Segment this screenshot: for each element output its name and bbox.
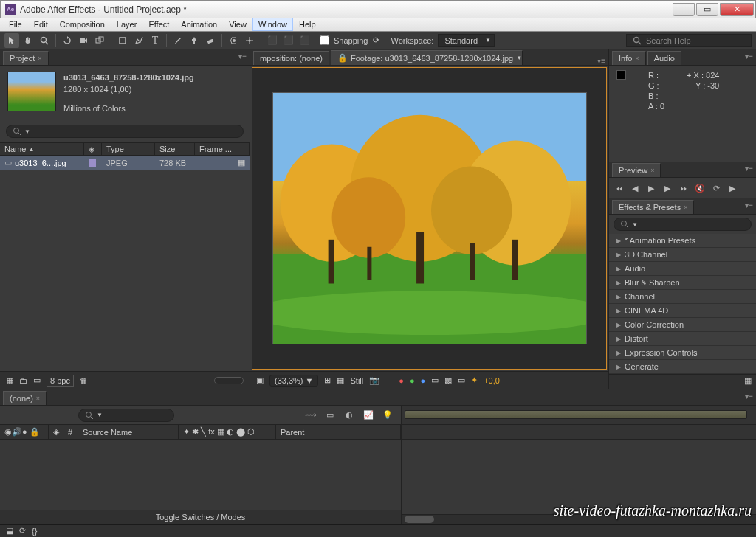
effects-category[interactable]: * Animation Presets bbox=[609, 234, 756, 248]
viewer-canvas[interactable] bbox=[252, 67, 607, 370]
new-comp-icon[interactable]: ▭ bbox=[33, 375, 41, 385]
col-type[interactable]: Type bbox=[102, 143, 155, 155]
flowchart-icon[interactable]: ▦ bbox=[238, 158, 245, 167]
brainstorm-icon[interactable]: 💡 bbox=[380, 408, 395, 423]
expand-icon[interactable]: ⬓ bbox=[6, 526, 13, 536]
selection-tool-icon[interactable] bbox=[4, 33, 19, 48]
effects-category[interactable]: 3D Channel bbox=[609, 248, 756, 262]
composition-tab[interactable]: mposition: (none) bbox=[253, 51, 329, 65]
ram-preview-icon[interactable]: ▶ bbox=[727, 183, 738, 193]
clone-tool-icon[interactable] bbox=[187, 33, 202, 48]
snapping-checkbox[interactable] bbox=[320, 35, 329, 45]
new-folder-icon[interactable]: 🗀 bbox=[19, 376, 27, 385]
project-item-row[interactable]: ▭u3013_6....jpg JPEG 728 KB ▦ bbox=[0, 156, 250, 170]
interpret-footage-icon[interactable]: ▦ bbox=[6, 375, 13, 385]
zoom-tool-icon[interactable] bbox=[37, 33, 52, 48]
last-frame-icon[interactable]: ⏭ bbox=[678, 183, 689, 193]
play-icon[interactable]: ▶ bbox=[646, 183, 656, 193]
col-name[interactable]: Name ▲ bbox=[0, 143, 84, 155]
next-frame-icon[interactable]: ▶ bbox=[662, 183, 673, 193]
menu-layer[interactable]: Layer bbox=[111, 18, 143, 31]
menu-edit[interactable]: Edit bbox=[28, 18, 54, 31]
effects-category[interactable]: Blur & Sharpen bbox=[609, 276, 756, 290]
frame-blend-icon[interactable]: ▭ bbox=[323, 408, 337, 423]
audio-tab[interactable]: Audio bbox=[647, 51, 681, 65]
exposure-icon[interactable]: ✦ bbox=[471, 375, 478, 385]
effects-category[interactable]: Audio bbox=[609, 262, 756, 276]
panel-menu-icon[interactable]: ▾≡ bbox=[238, 52, 247, 60]
preview-tab[interactable]: Preview× bbox=[612, 163, 661, 177]
motion-blur-icon[interactable]: ◐ bbox=[342, 408, 357, 423]
close-button[interactable]: ✕ bbox=[720, 3, 754, 16]
transparency-grid-icon[interactable]: ▩ bbox=[444, 375, 452, 385]
camera-tool-icon[interactable] bbox=[76, 33, 91, 48]
project-tab[interactable]: Project× bbox=[3, 51, 49, 65]
effects-search-input[interactable]: ▼ bbox=[614, 218, 752, 231]
menu-window[interactable]: Window bbox=[252, 18, 293, 31]
menu-composition[interactable]: Composition bbox=[54, 18, 111, 31]
project-search-input[interactable]: ▼ bbox=[6, 125, 244, 138]
speaker-icon[interactable]: 🔊 bbox=[12, 427, 22, 437]
pan-behind-tool-icon[interactable] bbox=[92, 33, 107, 48]
timeline-ruler[interactable] bbox=[402, 406, 756, 425]
zoom-dropdown[interactable]: (33,3%) ▼ bbox=[269, 375, 318, 387]
panel-menu-icon[interactable]: ▾≡ bbox=[745, 201, 753, 209]
col-label-icon[interactable]: ◈ bbox=[84, 143, 102, 155]
first-frame-icon[interactable]: ⏮ bbox=[614, 183, 624, 193]
effects-category[interactable]: Expression Controls bbox=[609, 346, 756, 360]
region-icon[interactable]: ▭ bbox=[431, 375, 439, 385]
eraser-tool-icon[interactable] bbox=[203, 33, 218, 48]
eye-icon[interactable]: ◉ bbox=[4, 427, 12, 437]
timeline-scrollbar[interactable] bbox=[402, 514, 756, 524]
snapping-options-icon[interactable]: ⟳ bbox=[373, 35, 379, 45]
panel-menu-icon[interactable]: ▾≡ bbox=[745, 392, 753, 401]
menu-file[interactable]: File bbox=[3, 18, 28, 31]
rotation-tool-icon[interactable] bbox=[60, 33, 75, 48]
col-size[interactable]: Size bbox=[155, 143, 195, 155]
effects-presets-tab[interactable]: Effects & Presets× bbox=[612, 200, 694, 214]
timeline-search-input[interactable]: ▼ bbox=[78, 409, 174, 422]
shy-icon[interactable]: ⟿ bbox=[303, 408, 318, 423]
panel-menu-icon[interactable]: ▾≡ bbox=[597, 57, 605, 65]
text-tool-icon[interactable]: T bbox=[148, 33, 162, 48]
safe-zones-icon[interactable]: ⊞ bbox=[324, 375, 331, 385]
view-axis-icon[interactable]: ⬛ bbox=[298, 33, 312, 48]
search-help-input[interactable]: Search Help bbox=[626, 34, 752, 47]
panel-menu-icon[interactable]: ▾≡ bbox=[745, 52, 753, 60]
snapshot-icon[interactable]: 📷 bbox=[369, 375, 379, 385]
puppet-tool-icon[interactable] bbox=[242, 33, 257, 48]
shape-tool-icon[interactable] bbox=[115, 33, 130, 48]
workspace-dropdown[interactable]: Standard ▼ bbox=[438, 34, 495, 47]
pen-tool-icon[interactable] bbox=[131, 33, 146, 48]
project-empty-area[interactable] bbox=[0, 170, 250, 371]
col-frame[interactable]: Frame ... bbox=[195, 143, 250, 155]
effects-category[interactable]: CINEMA 4D bbox=[609, 304, 756, 318]
brush-tool-icon[interactable] bbox=[171, 33, 185, 48]
roto-tool-icon[interactable] bbox=[226, 33, 241, 48]
panel-menu-icon[interactable]: ▾≡ bbox=[745, 164, 753, 173]
bpc-button[interactable]: 8 bpc bbox=[47, 375, 74, 387]
scroll-thumb[interactable] bbox=[214, 377, 244, 384]
effects-category[interactable]: Generate bbox=[609, 360, 756, 374]
exposure-value[interactable]: +0,0 bbox=[484, 376, 500, 385]
expand-props-icon[interactable]: {} bbox=[32, 527, 37, 536]
local-axis-icon[interactable]: ⬛ bbox=[265, 33, 280, 48]
comp-flowchart-icon[interactable]: ⟳ bbox=[19, 526, 26, 536]
footage-tab[interactable]: 🔒 Footage: u3013_6463_87258-1280x1024.jp… bbox=[331, 50, 523, 65]
loop-icon[interactable]: ⟳ bbox=[711, 183, 721, 193]
menu-help[interactable]: Help bbox=[293, 18, 322, 31]
delete-icon[interactable]: 🗑 bbox=[80, 376, 88, 385]
hand-tool-icon[interactable] bbox=[21, 33, 35, 48]
channel-icon[interactable]: ● bbox=[399, 376, 404, 385]
menu-view[interactable]: View bbox=[223, 18, 252, 31]
alpha-toggle-icon[interactable]: ▣ bbox=[256, 375, 264, 385]
grid-icon[interactable]: ▦ bbox=[337, 375, 344, 385]
pixel-aspect-icon[interactable]: ▭ bbox=[458, 375, 465, 385]
timeline-tab[interactable]: (none)× bbox=[3, 391, 47, 405]
effects-category[interactable]: Distort bbox=[609, 332, 756, 346]
prev-frame-icon[interactable]: ◀ bbox=[630, 183, 640, 193]
close-icon[interactable]: × bbox=[38, 55, 41, 62]
world-axis-icon[interactable]: ⬛ bbox=[281, 33, 296, 48]
timeline-toggle-button[interactable]: Toggle Switches / Modes bbox=[0, 510, 401, 524]
maximize-button[interactable]: ▭ bbox=[696, 3, 718, 16]
